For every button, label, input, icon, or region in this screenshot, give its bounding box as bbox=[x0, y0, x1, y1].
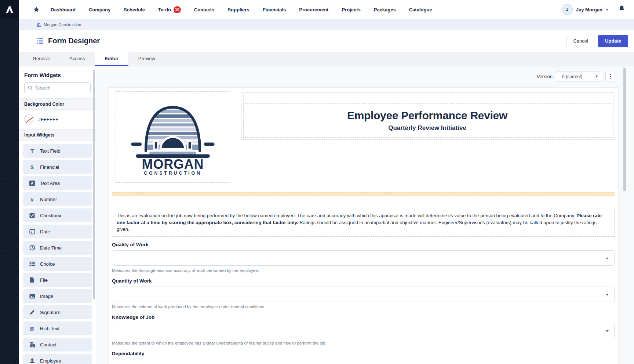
tab-editor[interactable]: Editor bbox=[95, 52, 128, 66]
cancel-button[interactable]: Cancel bbox=[566, 35, 595, 47]
widget-search[interactable] bbox=[24, 82, 91, 93]
widget-label: Number bbox=[40, 197, 57, 202]
logo-widget[interactable]: MORGAN CONSTRUCTION bbox=[116, 91, 230, 183]
breadcrumb-company[interactable]: Morgan Construction bbox=[44, 22, 81, 27]
widget-label: Choice bbox=[40, 261, 55, 267]
field-label: Knowledge of Job bbox=[112, 314, 615, 320]
editor-main: Version 0 (current) bbox=[96, 66, 634, 364]
nav-item-dashboard[interactable]: Dashboard bbox=[51, 7, 76, 12]
field-quality-of-work[interactable]: Quality of Work Measures the thoroughnes… bbox=[112, 242, 615, 273]
field-dependability[interactable]: Dependability bbox=[112, 351, 615, 356]
contact-building-icon bbox=[29, 342, 35, 347]
version-select[interactable]: 0 (current) bbox=[556, 72, 602, 81]
widget-contact[interactable]: Contact bbox=[23, 338, 92, 352]
archdesk-a-icon bbox=[5, 5, 14, 14]
tab-bar: General Access Editor Preview bbox=[19, 52, 634, 66]
employee-person-icon bbox=[29, 358, 35, 364]
avatar: J bbox=[562, 4, 573, 15]
form-widgets-sidebar: Form Widgets Background Color #FFFFFF In… bbox=[19, 66, 96, 364]
widget-label: File bbox=[40, 277, 48, 283]
sidebar-title: Form Widgets bbox=[24, 72, 91, 78]
archdesk-logo[interactable] bbox=[0, 0, 19, 19]
version-menu-button[interactable] bbox=[605, 72, 615, 81]
field-helper: Measures the thoroughness and accuracy o… bbox=[112, 268, 615, 273]
sidebar-scrollbar[interactable] bbox=[93, 70, 95, 299]
background-color-swatch[interactable] bbox=[24, 114, 34, 124]
widget-label: Image bbox=[40, 294, 53, 299]
tab-access[interactable]: Access bbox=[59, 52, 95, 66]
nav-item-procurement[interactable]: Procurement bbox=[299, 7, 328, 12]
checkbox-icon bbox=[29, 213, 35, 218]
nav-items: Dashboard Company Schedule To-do 10 Cont… bbox=[51, 6, 432, 13]
nav-item-todo[interactable]: To-do 10 bbox=[158, 6, 181, 13]
form-canvas: MORGAN CONSTRUCTION Employee Performance… bbox=[108, 87, 619, 364]
select-caret-icon bbox=[606, 330, 609, 332]
widget-label: Checkbox bbox=[40, 213, 61, 218]
widget-employee[interactable]: Employee bbox=[23, 354, 92, 364]
form-designer-icon bbox=[36, 38, 44, 44]
morgan-construction-logo: MORGAN CONSTRUCTION bbox=[129, 98, 217, 176]
nav-item-todo-label: To-do bbox=[158, 7, 171, 12]
field-select[interactable] bbox=[112, 323, 615, 338]
widget-text-field[interactable]: T Text Field bbox=[23, 144, 92, 158]
breadcrumb: Morgan Construction bbox=[19, 19, 634, 30]
main-scrollbar[interactable] bbox=[623, 68, 626, 191]
version-value: 0 (current) bbox=[562, 74, 582, 79]
user-menu[interactable]: J Jay Morgan bbox=[562, 4, 609, 15]
notifications-bell-icon[interactable] bbox=[618, 5, 625, 14]
page-header: Form Designer Cancel Update bbox=[19, 30, 634, 52]
background-color-value: #FFFFFF bbox=[38, 117, 58, 122]
description-widget[interactable]: This is an evaluation on the job now bei… bbox=[112, 209, 615, 237]
user-name: Jay Morgan bbox=[576, 7, 602, 12]
widget-date-time[interactable]: Date Time bbox=[23, 241, 92, 255]
background-color-row: #FFFFFF bbox=[19, 110, 96, 129]
widget-label: Text Area bbox=[40, 181, 60, 186]
field-quantity-of-work[interactable]: Quantity of Work Measures the volume of … bbox=[112, 278, 615, 309]
field-select[interactable] bbox=[112, 287, 615, 302]
field-select[interactable] bbox=[112, 250, 615, 266]
image-icon bbox=[29, 294, 35, 299]
widget-label: Rich Text bbox=[40, 326, 59, 331]
widget-rich-text[interactable]: B Rich Text bbox=[23, 321, 92, 335]
tab-general[interactable]: General bbox=[23, 52, 59, 66]
widget-signature[interactable]: Signature bbox=[23, 305, 92, 319]
todo-badge: 10 bbox=[174, 6, 181, 13]
signature-pen-icon bbox=[29, 309, 35, 315]
nav-item-financials[interactable]: Financials bbox=[263, 7, 286, 12]
nav-item-suppliers[interactable]: Suppliers bbox=[227, 7, 249, 12]
logo-text-construction: CONSTRUCTION bbox=[144, 171, 201, 176]
divider-widget[interactable] bbox=[112, 192, 615, 196]
nav-item-packages[interactable]: Packages bbox=[374, 7, 396, 12]
version-caret-icon bbox=[595, 76, 598, 77]
widget-image[interactable]: Image bbox=[23, 289, 92, 303]
widget-text-area[interactable]: A Text Area bbox=[23, 176, 92, 190]
brand-strip bbox=[0, 0, 19, 364]
title-widget[interactable]: Employee Performance Review Quarterly Re… bbox=[241, 92, 613, 140]
field-knowledge-of-job[interactable]: Knowledge of Job Measures the extent to … bbox=[112, 314, 615, 346]
widget-financial[interactable]: $ Financial bbox=[23, 160, 92, 174]
field-label: Quantity of Work bbox=[112, 278, 615, 284]
favorite-star-icon[interactable] bbox=[33, 6, 40, 13]
widget-label: Text Field bbox=[40, 148, 61, 154]
form-body: This is an evaluation on the job now bei… bbox=[112, 192, 615, 356]
widget-label: Signature bbox=[40, 310, 61, 315]
choice-list-icon bbox=[29, 261, 35, 266]
file-icon bbox=[29, 277, 35, 283]
widget-date[interactable]: Date bbox=[23, 225, 92, 239]
logo-text-morgan: MORGAN bbox=[142, 157, 204, 172]
text-area-icon: A bbox=[29, 181, 35, 186]
nav-item-projects[interactable]: Projects bbox=[342, 7, 360, 12]
widget-checkbox[interactable]: Checkbox bbox=[23, 208, 92, 222]
nav-item-contacts[interactable]: Contacts bbox=[194, 7, 215, 12]
widget-number[interactable]: # Number bbox=[23, 192, 92, 206]
nav-item-schedule[interactable]: Schedule bbox=[124, 7, 145, 12]
field-label: Dependability bbox=[112, 351, 615, 356]
search-input[interactable] bbox=[35, 85, 87, 91]
nav-item-company[interactable]: Company bbox=[89, 7, 110, 12]
number-icon: # bbox=[29, 196, 35, 203]
widget-file[interactable]: File bbox=[23, 273, 92, 287]
widget-choice[interactable]: Choice bbox=[23, 257, 92, 271]
tab-preview[interactable]: Preview bbox=[128, 52, 165, 66]
update-button[interactable]: Update bbox=[598, 35, 628, 47]
nav-item-catalogue[interactable]: Catalogue bbox=[409, 7, 432, 12]
